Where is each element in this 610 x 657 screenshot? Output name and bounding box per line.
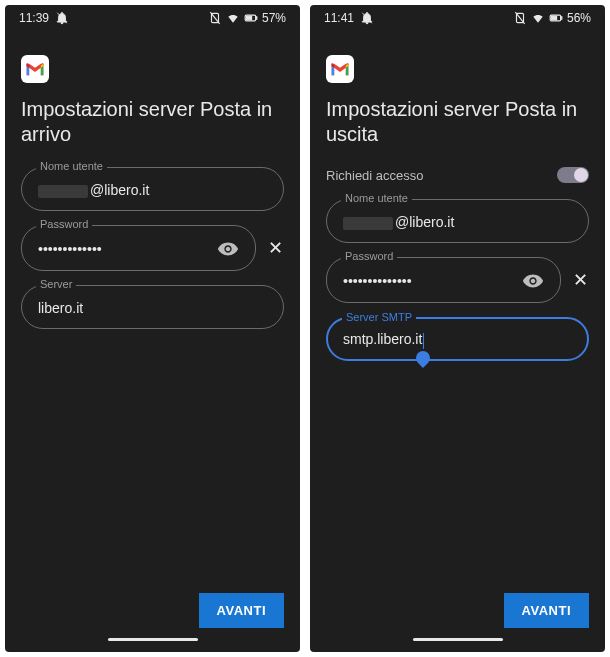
password-label: Password [36,218,92,230]
svg-rect-2 [256,17,257,19]
username-field[interactable]: Nome utente @libero.it [326,199,589,243]
server-field[interactable]: Server libero.it [21,285,284,329]
rotate-icon [513,11,527,25]
close-icon[interactable]: ✕ [571,269,589,291]
svg-rect-3 [246,16,251,20]
next-button[interactable]: AVANTI [504,593,589,628]
toggle-label: Richiedi accesso [326,168,424,183]
phone-outgoing: 11:41 56% Impostazioni server Posta in u… [310,5,605,652]
require-login-toggle[interactable] [557,167,589,183]
smtp-label: Server SMTP [342,311,416,323]
nav-bar [5,638,300,652]
username-label: Nome utente [36,160,107,172]
status-battery: 56% [567,11,591,25]
smtp-value: smtp.libero.it [343,331,572,348]
svg-rect-6 [561,17,562,19]
password-value: •••••••••••••• [343,273,514,289]
notification-mute-icon [360,11,374,25]
close-icon[interactable]: ✕ [266,237,284,259]
status-time: 11:41 [324,11,354,25]
smtp-server-field[interactable]: Server SMTP smtp.libero.it [326,317,589,361]
rotate-icon [208,11,222,25]
server-label: Server [36,278,76,290]
status-bar: 11:41 56% [310,5,605,29]
phone-incoming: 11:39 57% Impostazioni server Posta in a… [5,5,300,652]
nav-bar [310,638,605,652]
username-value: @libero.it [38,182,267,198]
notification-mute-icon [55,11,69,25]
wifi-icon [531,11,545,25]
next-button[interactable]: AVANTI [199,593,284,628]
gmail-logo-icon [21,55,49,83]
password-label: Password [341,250,397,262]
password-field[interactable]: Password •••••••••••••• [326,257,561,303]
eye-icon[interactable] [217,238,239,260]
status-time: 11:39 [19,11,49,25]
username-field[interactable]: Nome utente @libero.it [21,167,284,211]
username-label: Nome utente [341,192,412,204]
password-value: ••••••••••••• [38,241,209,257]
page-title: Impostazioni server Posta in arrivo [21,97,284,147]
svg-rect-7 [551,16,556,20]
username-value: @libero.it [343,214,572,230]
password-field[interactable]: Password ••••••••••••• [21,225,256,271]
gmail-logo-icon [326,55,354,83]
status-battery: 57% [262,11,286,25]
eye-icon[interactable] [522,270,544,292]
status-bar: 11:39 57% [5,5,300,29]
wifi-icon [226,11,240,25]
page-title: Impostazioni server Posta in uscita [326,97,589,147]
battery-icon [549,11,563,25]
server-value: libero.it [38,300,267,316]
battery-icon [244,11,258,25]
